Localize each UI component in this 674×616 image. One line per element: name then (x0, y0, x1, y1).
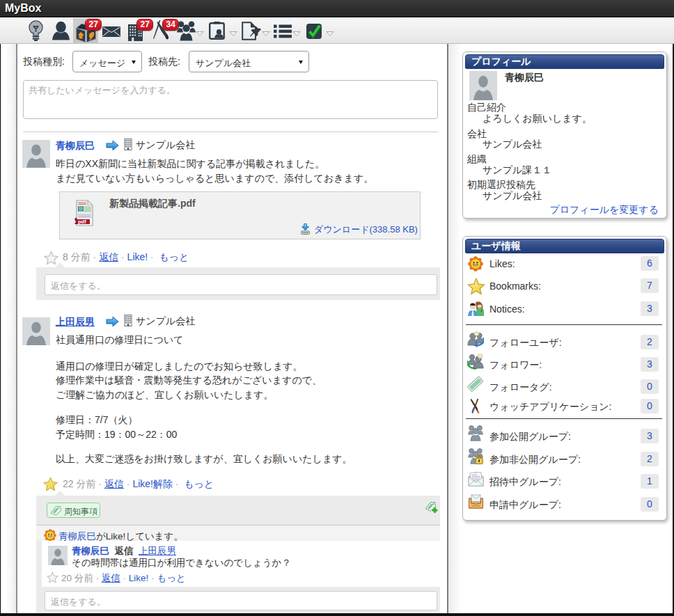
svg-text:pdf: pdf (78, 219, 86, 225)
